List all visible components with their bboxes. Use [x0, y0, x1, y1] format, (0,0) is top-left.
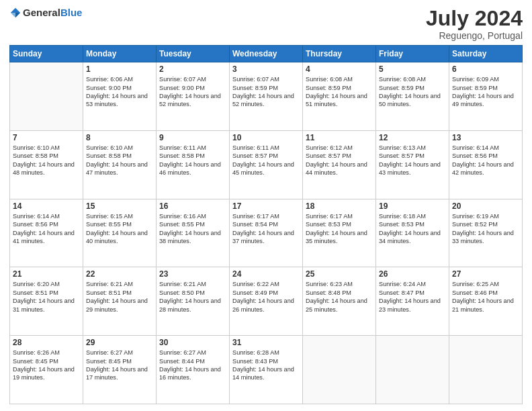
cell-line: Daylight: 14 hours and 44 minutes.	[306, 161, 367, 176]
table-row: 6Sunrise: 6:09 AMSunset: 8:59 PMDaylight…	[449, 62, 523, 131]
cell-line: Sunset: 8:46 PM	[452, 289, 498, 296]
cell-info: Sunrise: 6:12 AMSunset: 8:57 PMDaylight:…	[306, 144, 373, 177]
cell-line: Daylight: 14 hours and 21 minutes.	[452, 298, 514, 312]
table-row: 9Sunrise: 6:11 AMSunset: 8:58 PMDaylight…	[157, 130, 230, 199]
day-number: 12	[379, 133, 446, 142]
cell-info: Sunrise: 6:15 AMSunset: 8:55 PMDaylight:…	[86, 212, 153, 246]
cell-line: Sunset: 8:56 PM	[13, 221, 58, 228]
day-number: 5	[379, 64, 446, 74]
day-number: 19	[379, 201, 446, 211]
logo-icon	[9, 7, 21, 19]
day-number: 22	[86, 269, 153, 279]
month-year-title: July 2024	[426, 7, 523, 30]
cell-line: Sunrise: 6:19 AM	[452, 213, 499, 220]
header-tuesday: Tuesday	[157, 46, 230, 62]
table-row: 24Sunrise: 6:22 AMSunset: 8:49 PMDayligh…	[230, 267, 303, 336]
cell-line: Daylight: 14 hours and 33 minutes.	[452, 230, 514, 244]
table-row: 14Sunrise: 6:14 AMSunset: 8:56 PMDayligh…	[10, 199, 83, 267]
table-row	[376, 336, 449, 404]
cell-line: Sunset: 8:51 PM	[86, 289, 132, 296]
header-wednesday: Wednesday	[230, 46, 303, 62]
logo-text-blue: Blue	[60, 7, 83, 18]
cell-info: Sunrise: 6:10 AMSunset: 8:58 PMDaylight:…	[86, 144, 153, 177]
cell-line: Sunrise: 6:16 AM	[159, 213, 206, 220]
cell-line: Daylight: 14 hours and 53 minutes.	[86, 93, 148, 107]
cell-line: Daylight: 14 hours and 19 minutes.	[13, 366, 75, 381]
cell-line: Daylight: 14 hours and 46 minutes.	[159, 161, 221, 176]
day-number: 16	[159, 201, 226, 211]
cell-line: Daylight: 14 hours and 25 minutes.	[306, 298, 367, 312]
cell-line: Sunset: 9:00 PM	[86, 85, 132, 91]
header-monday: Monday	[83, 46, 157, 62]
cell-line: Sunrise: 6:11 AM	[232, 144, 279, 151]
table-row	[10, 62, 83, 131]
cell-info: Sunrise: 6:17 AMSunset: 8:53 PMDaylight:…	[306, 212, 373, 246]
cell-info: Sunrise: 6:06 AMSunset: 9:00 PMDaylight:…	[86, 75, 153, 109]
table-row: 17Sunrise: 6:17 AMSunset: 8:54 PMDayligh…	[230, 199, 303, 267]
cell-line: Sunset: 8:55 PM	[86, 221, 132, 228]
cell-line: Sunrise: 6:12 AM	[306, 144, 353, 151]
cell-line: Sunset: 8:58 PM	[86, 152, 132, 159]
table-row: 7Sunrise: 6:10 AMSunset: 8:58 PMDaylight…	[10, 130, 83, 199]
cell-info: Sunrise: 6:13 AMSunset: 8:57 PMDaylight:…	[379, 144, 446, 177]
cell-line: Sunset: 8:53 PM	[379, 221, 425, 228]
day-number: 14	[13, 201, 80, 211]
cell-info: Sunrise: 6:11 AMSunset: 8:57 PMDaylight:…	[232, 144, 300, 177]
cell-line: Sunset: 8:59 PM	[306, 85, 351, 91]
table-row: 16Sunrise: 6:16 AMSunset: 8:55 PMDayligh…	[157, 199, 230, 267]
cell-info: Sunrise: 6:21 AMSunset: 8:51 PMDaylight:…	[86, 280, 153, 314]
cell-line: Sunset: 8:58 PM	[159, 152, 205, 159]
cell-line: Sunset: 9:00 PM	[159, 85, 205, 91]
cell-line: Daylight: 14 hours and 23 minutes.	[379, 298, 441, 312]
day-number: 25	[306, 269, 373, 279]
header-thursday: Thursday	[303, 46, 376, 62]
cell-line: Sunset: 8:45 PM	[13, 358, 58, 365]
cell-line: Sunset: 8:57 PM	[306, 152, 351, 159]
cell-line: Daylight: 14 hours and 26 minutes.	[232, 298, 294, 312]
day-number: 3	[232, 64, 300, 74]
cell-info: Sunrise: 6:17 AMSunset: 8:54 PMDaylight:…	[232, 212, 300, 246]
cell-line: Sunrise: 6:11 AM	[159, 144, 206, 151]
cell-line: Sunrise: 6:26 AM	[13, 349, 60, 356]
cell-info: Sunrise: 6:22 AMSunset: 8:49 PMDaylight:…	[232, 280, 300, 314]
header-saturday: Saturday	[449, 46, 523, 62]
day-number: 29	[86, 338, 153, 347]
title-block: July 2024 Reguengo, Portugal	[426, 7, 523, 41]
cell-line: Sunset: 8:49 PM	[232, 289, 278, 296]
cell-line: Sunrise: 6:08 AM	[379, 76, 426, 83]
cell-line: Sunset: 8:59 PM	[232, 85, 278, 91]
cell-line: Sunrise: 6:10 AM	[86, 144, 133, 151]
cell-line: Daylight: 14 hours and 17 minutes.	[86, 366, 148, 381]
cell-line: Daylight: 14 hours and 48 minutes.	[13, 161, 75, 176]
cell-info: Sunrise: 6:21 AMSunset: 8:50 PMDaylight:…	[159, 280, 226, 314]
cell-line: Sunrise: 6:10 AM	[13, 144, 60, 151]
cell-info: Sunrise: 6:24 AMSunset: 8:47 PMDaylight:…	[379, 280, 446, 314]
cell-line: Sunrise: 6:23 AM	[306, 281, 353, 287]
day-number: 24	[232, 269, 300, 279]
cell-info: Sunrise: 6:14 AMSunset: 8:56 PMDaylight:…	[452, 144, 519, 177]
table-row: 3Sunrise: 6:07 AMSunset: 8:59 PMDaylight…	[230, 62, 303, 131]
day-number: 28	[13, 338, 80, 347]
cell-line: Sunset: 8:43 PM	[232, 358, 278, 365]
table-row: 28Sunrise: 6:26 AMSunset: 8:45 PMDayligh…	[10, 336, 83, 404]
cell-line: Sunset: 8:55 PM	[159, 221, 205, 228]
cell-line: Sunset: 8:50 PM	[159, 289, 205, 296]
cell-line: Sunrise: 6:18 AM	[379, 213, 426, 220]
cell-line: Sunrise: 6:06 AM	[86, 76, 133, 83]
cell-line: Daylight: 14 hours and 43 minutes.	[379, 161, 441, 176]
cell-line: Sunset: 8:59 PM	[452, 85, 498, 91]
location-label: Reguengo, Portugal	[426, 30, 523, 41]
table-row: 10Sunrise: 6:11 AMSunset: 8:57 PMDayligh…	[230, 130, 303, 199]
header-friday: Friday	[376, 46, 449, 62]
cell-line: Sunset: 8:44 PM	[159, 358, 205, 365]
cell-line: Daylight: 14 hours and 52 minutes.	[159, 93, 221, 107]
cell-line: Daylight: 14 hours and 31 minutes.	[13, 298, 75, 312]
cell-line: Sunrise: 6:24 AM	[379, 281, 426, 287]
cell-info: Sunrise: 6:16 AMSunset: 8:55 PMDaylight:…	[159, 212, 226, 246]
cell-line: Sunset: 8:53 PM	[306, 221, 351, 228]
day-number: 13	[452, 133, 519, 142]
day-number: 1	[86, 64, 153, 74]
table-row: 29Sunrise: 6:27 AMSunset: 8:45 PMDayligh…	[83, 336, 157, 404]
cell-line: Sunset: 8:56 PM	[452, 152, 498, 159]
table-row	[303, 336, 376, 404]
